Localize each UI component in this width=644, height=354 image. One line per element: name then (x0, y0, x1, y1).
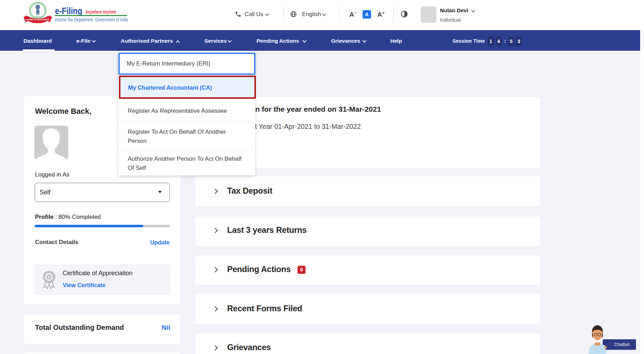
svg-text:INCOME TAX DEPARTMENT: INCOME TAX DEPARTMENT (26, 19, 49, 21)
svg-text:सत्यमेव जयते: सत्यमेव जयते (35, 16, 41, 18)
